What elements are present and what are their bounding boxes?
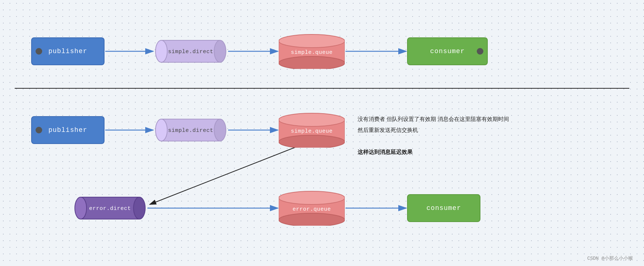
consumer-2-label: consumer [427, 204, 461, 212]
svg-point-24 [279, 113, 345, 126]
publisher-2-label: publisher [48, 126, 87, 134]
watermark: CSDN @小那么小小猴 [587, 255, 633, 262]
publisher-2-dot [36, 127, 42, 133]
queue-3: error.queue [279, 191, 345, 226]
svg-text:simple.direct: simple.direct [168, 49, 213, 55]
exchange-3: error.direct [73, 194, 147, 222]
consumer-1-label: consumer [430, 48, 465, 55]
publisher-1-dot [36, 48, 42, 55]
svg-point-20 [155, 119, 167, 141]
annotation-line2: 然后重新发送死信交换机 [358, 125, 509, 136]
svg-point-28 [75, 197, 87, 219]
consumer-2: consumer [407, 194, 480, 222]
svg-point-33 [279, 213, 345, 226]
svg-text:error.queue: error.queue [293, 206, 331, 213]
annotation-line1: 没有消费者 但队列设置了有效期 消息会在这里阻塞有效期时间 [358, 114, 509, 125]
diagram-container: publisher simple.direct simple.queue con… [0, 0, 644, 266]
publisher-2: publisher [31, 116, 105, 144]
queue-2: simple.queue [279, 112, 345, 148]
svg-text:simple.direct: simple.direct [168, 128, 213, 134]
consumer-1-dot [477, 48, 483, 55]
queue-2-svg: simple.queue [279, 112, 345, 148]
svg-text:error.direct: error.direct [89, 206, 131, 212]
annotation-line3: 这样达到消息延迟效果 [358, 147, 509, 158]
publisher-1-label: publisher [48, 48, 87, 55]
annotation-text: 没有消费者 但队列设置了有效期 消息会在这里阻塞有效期时间 然后重新发送死信交换… [358, 114, 509, 158]
exchange-2: simple.direct [154, 116, 227, 144]
queue-1-svg: simple.queue [279, 34, 345, 69]
exchange-3-svg: error.direct [73, 194, 147, 222]
svg-point-16 [279, 34, 345, 48]
queue-1: simple.queue [279, 34, 345, 69]
exchange-1: simple.direct [154, 37, 227, 65]
svg-point-17 [279, 56, 345, 69]
publisher-1: publisher [31, 37, 105, 65]
svg-point-29 [133, 197, 145, 219]
svg-point-25 [279, 135, 345, 148]
section-divider [15, 88, 629, 89]
svg-line-8 [150, 147, 297, 204]
consumer-1: consumer [407, 37, 488, 65]
queue-3-svg: error.queue [279, 191, 345, 226]
svg-point-32 [279, 191, 345, 204]
svg-point-21 [214, 119, 226, 141]
svg-text:simple.queue: simple.queue [291, 49, 333, 56]
exchange-2-svg: simple.direct [154, 116, 227, 144]
svg-text:simple.queue: simple.queue [291, 128, 333, 134]
svg-point-12 [155, 40, 167, 62]
exchange-1-svg: simple.direct [154, 37, 227, 65]
svg-point-13 [214, 40, 226, 62]
